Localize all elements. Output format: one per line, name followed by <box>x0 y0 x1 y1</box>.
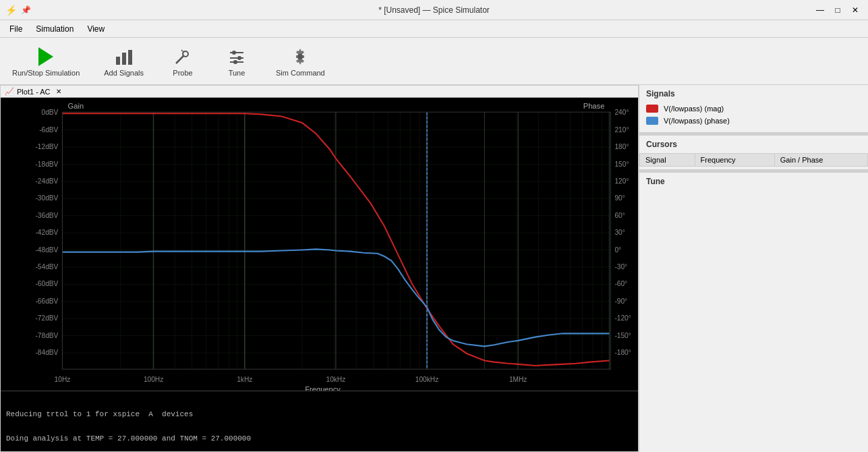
probe-icon <box>172 46 194 67</box>
svg-text:-78dBV: -78dBV <box>36 331 59 339</box>
svg-text:-18dBV: -18dBV <box>36 160 59 167</box>
svg-text:10Hz: 10Hz <box>55 376 71 383</box>
svg-text:-48dBV: -48dBV <box>36 246 59 253</box>
main-layout: 📈 Plot1 - AC ✕ <box>0 85 868 452</box>
svg-text:240°: 240° <box>614 109 629 116</box>
svg-text:Frequency: Frequency <box>305 385 341 391</box>
signal-item-2[interactable]: V(/lowpass) (phase) <box>639 115 868 127</box>
pin-icon: 📌 <box>21 5 31 15</box>
svg-rect-2 <box>128 50 132 65</box>
plot-close-icon[interactable]: ✕ <box>56 88 61 95</box>
signals-section: Signals V(/lowpass) (mag) V(/lowpass) (p… <box>639 85 868 133</box>
svg-text:210°: 210° <box>614 126 629 134</box>
svg-rect-13 <box>1 98 638 391</box>
svg-text:-150°: -150° <box>614 331 631 339</box>
close-button[interactable]: ✕ <box>848 3 863 18</box>
run-stop-button[interactable]: Run/Stop Simulation <box>7 43 85 80</box>
play-icon <box>35 46 57 67</box>
signals-title: Signals <box>639 85 868 103</box>
svg-text:Phase: Phase <box>583 102 605 110</box>
toolbar: Run/Stop Simulation Add Signals Probe <box>0 38 868 85</box>
run-stop-label: Run/Stop Simulation <box>12 69 80 77</box>
svg-text:-12dBV: -12dBV <box>36 143 59 150</box>
app-icon: ⚡ <box>5 5 17 16</box>
svg-text:-90°: -90° <box>614 298 627 305</box>
svg-text:-120°: -120° <box>614 314 631 322</box>
gear-icon <box>289 46 311 67</box>
window-title: * [Unsaved] — Spice Simulator <box>0 5 868 15</box>
svg-text:-24dBV: -24dBV <box>36 177 59 185</box>
tune-button[interactable]: Tune <box>216 43 257 80</box>
cursor-col-signal: Signal <box>640 154 695 167</box>
svg-text:-84dBV: -84dBV <box>36 349 59 356</box>
plot-tab: 📈 Plot1 - AC ✕ <box>1 86 638 98</box>
console-line-1: Reducing trtol to 1 for xspice A devices <box>6 410 633 418</box>
plot-icon: 📈 <box>5 87 14 96</box>
svg-text:-30dBV: -30dBV <box>36 194 59 202</box>
svg-line-3 <box>176 55 184 63</box>
svg-rect-1 <box>122 53 126 65</box>
titlebar-left: ⚡ 📌 <box>5 5 31 16</box>
svg-text:-36dBV: -36dBV <box>36 212 59 219</box>
svg-text:120°: 120° <box>614 177 629 185</box>
svg-text:-6dBV: -6dBV <box>39 126 58 134</box>
menu-simulation[interactable]: Simulation <box>29 23 80 35</box>
svg-text:-30°: -30° <box>614 263 627 271</box>
titlebar-controls: — □ ✕ <box>813 3 863 18</box>
menu-file[interactable]: File <box>3 23 29 35</box>
tune-title: Tune <box>646 177 861 186</box>
titlebar: ⚡ 📌 * [Unsaved] — Spice Simulator — □ ✕ <box>0 0 868 20</box>
svg-text:30°: 30° <box>614 229 625 236</box>
svg-text:-42dBV: -42dBV <box>36 229 59 236</box>
maximize-button[interactable]: □ <box>830 3 845 18</box>
svg-text:60°: 60° <box>614 212 625 219</box>
svg-text:1MHz: 1MHz <box>509 376 527 383</box>
right-panel: Signals V(/lowpass) (mag) V(/lowpass) (p… <box>639 85 868 452</box>
probe-button[interactable]: Probe <box>163 43 203 80</box>
signal-item-1[interactable]: V(/lowpass) (mag) <box>639 103 868 115</box>
sim-command-label: Sim Command <box>276 69 325 77</box>
svg-text:-72dBV: -72dBV <box>36 314 59 322</box>
svg-point-7 <box>232 51 236 55</box>
svg-text:0°: 0° <box>614 246 621 253</box>
svg-text:-54dBV: -54dBV <box>36 263 59 271</box>
cursor-col-frequency: Frequency <box>695 154 774 167</box>
cursors-table: Signal Frequency Gain / Phase <box>639 153 868 167</box>
svg-text:100Hz: 100Hz <box>144 376 163 383</box>
sim-command-button[interactable]: Sim Command <box>270 43 330 80</box>
svg-text:Gain: Gain <box>68 102 84 110</box>
cursors-title: Cursors <box>639 136 868 153</box>
add-signals-label: Add Signals <box>104 69 144 77</box>
plot-tab-label: Plot1 - AC <box>17 88 51 96</box>
tune-section: Tune <box>639 173 868 452</box>
svg-text:-60°: -60° <box>614 280 627 287</box>
cursor-col-gain-phase: Gain / Phase <box>774 154 867 167</box>
bar-chart-icon <box>113 46 135 67</box>
svg-text:-180°: -180° <box>614 349 631 356</box>
svg-text:-66dBV: -66dBV <box>36 298 59 305</box>
minimize-button[interactable]: — <box>813 3 828 18</box>
svg-text:90°: 90° <box>614 194 625 202</box>
menubar: File Simulation View <box>0 20 868 38</box>
signal-label-phase: V(/lowpass) (phase) <box>664 117 730 125</box>
console-output: Reducing trtol to 1 for xspice A devices… <box>1 391 638 451</box>
plot-canvas[interactable]: 0dBV -6dBV -12dBV -18dBV -24dBV -30dBV -… <box>1 98 638 391</box>
svg-rect-0 <box>116 57 120 65</box>
menu-view[interactable]: View <box>80 23 111 35</box>
signal-color-phase <box>646 117 658 125</box>
probe-label: Probe <box>173 69 192 77</box>
console-line-2: Doing analysis at TEMP = 27.000000 and T… <box>6 434 633 443</box>
svg-text:1kHz: 1kHz <box>237 376 252 383</box>
signal-label-mag: V(/lowpass) (mag) <box>664 105 724 113</box>
add-signals-button[interactable]: Add Signals <box>98 43 149 80</box>
svg-point-9 <box>237 56 241 60</box>
tune-icon <box>226 46 248 67</box>
svg-text:150°: 150° <box>614 160 629 167</box>
chart-svg: 0dBV -6dBV -12dBV -18dBV -24dBV -30dBV -… <box>1 98 638 391</box>
svg-text:-60dBV: -60dBV <box>36 280 59 287</box>
svg-text:10kHz: 10kHz <box>326 376 346 383</box>
svg-text:0dBV: 0dBV <box>42 109 59 116</box>
cursors-section: Cursors Signal Frequency Gain / Phase <box>639 136 868 170</box>
svg-text:100kHz: 100kHz <box>415 376 438 383</box>
plot-area: 📈 Plot1 - AC ✕ <box>0 85 639 452</box>
